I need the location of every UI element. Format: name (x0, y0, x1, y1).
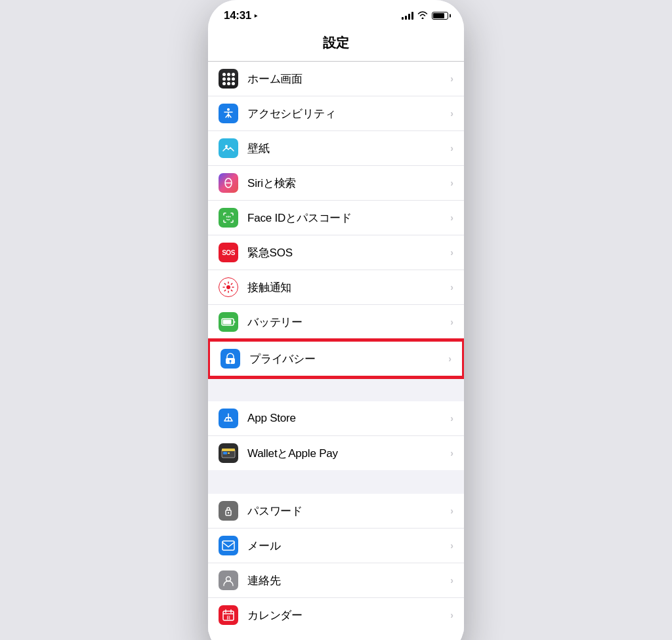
home-screen-icon (219, 69, 238, 89)
svg-point-3 (226, 216, 228, 218)
svg-point-16 (228, 512, 229, 513)
sos-icon: SOS (219, 243, 238, 262)
mail-icon (219, 536, 238, 555)
contacts-label: 連絡先 (247, 573, 450, 588)
home-screen-label: ホーム画面 (247, 71, 450, 87)
accessibility-icon (219, 104, 238, 123)
chevron-icon: › (450, 540, 453, 551)
settings-row-accessibility[interactable]: アクセシビリティ › (208, 96, 464, 131)
faceid-label: Face IDとパスコード (247, 210, 450, 226)
chevron-icon: › (450, 178, 453, 188)
calendar-icon: 日 (219, 605, 238, 625)
settings-row-calendar[interactable]: 日 カレンダー › (208, 598, 464, 632)
chevron-icon: › (450, 73, 453, 84)
battery-label: バッテリー (247, 315, 450, 330)
svg-rect-14 (228, 452, 230, 454)
siri-label: Siriと検索 (247, 176, 450, 191)
chevron-icon: › (450, 448, 453, 458)
appstore-icon (219, 409, 238, 428)
passwords-icon (219, 501, 238, 521)
settings-row-mail[interactable]: メール › (208, 529, 464, 563)
section-apps1: App Store › WalletとApple Pay › (208, 401, 464, 470)
page-title: 設定 (323, 35, 348, 50)
svg-point-5 (226, 285, 230, 289)
svg-rect-12 (222, 449, 235, 451)
settings-row-contacts[interactable]: 連絡先 › (208, 563, 464, 598)
settings-row-privacy[interactable]: プライバシー › (208, 340, 464, 378)
chevron-icon: › (450, 247, 453, 258)
status-time: 14:31‣ (224, 9, 258, 22)
settings-row-wallet[interactable]: WalletとApple Pay › (208, 436, 464, 470)
settings-row-home[interactable]: ホーム画面 › (208, 62, 464, 96)
chevron-icon: › (448, 353, 452, 364)
svg-rect-13 (223, 452, 227, 454)
siri-icon (219, 173, 238, 193)
chevron-icon: › (450, 212, 453, 223)
phone-frame: 14:31‣ 設定 (208, 0, 464, 640)
settings-row-sos[interactable]: SOS 緊急SOS › (208, 235, 464, 270)
wallet-icon (219, 443, 238, 463)
section-apps2: パスワード › メール › (208, 494, 464, 632)
section-general: ホーム画面 › アクセシビリティ › (208, 62, 464, 378)
accessibility-label: アクセシビリティ (247, 106, 450, 121)
chevron-icon: › (450, 575, 453, 586)
faceid-icon (219, 208, 238, 228)
svg-rect-17 (222, 541, 234, 550)
settings-row-appstore[interactable]: App Store › (208, 401, 464, 436)
battery-icon (432, 12, 448, 20)
chevron-icon: › (450, 506, 453, 516)
settings-row-wallpaper[interactable]: 壁紙 › (208, 131, 464, 166)
exposure-label: 接触通知 (247, 280, 450, 295)
section-divider-1 (208, 378, 464, 401)
chevron-icon: › (450, 108, 453, 119)
sos-label: 緊急SOS (247, 245, 450, 260)
exposure-icon (219, 277, 238, 297)
privacy-icon (220, 349, 240, 369)
status-icons (402, 11, 448, 21)
wallet-label: WalletとApple Pay (247, 446, 450, 461)
svg-rect-7 (223, 320, 232, 325)
settings-row-passwords[interactable]: パスワード › (208, 494, 464, 529)
section-divider-2 (208, 470, 464, 494)
settings-row-siri[interactable]: Siriと検索 › (208, 166, 464, 201)
settings-list: ホーム画面 › アクセシビリティ › (208, 62, 464, 632)
svg-text:日: 日 (226, 616, 230, 620)
mail-label: メール (247, 538, 450, 553)
chevron-icon: › (450, 413, 453, 424)
chevron-icon: › (450, 282, 453, 292)
privacy-label: プライバシー (249, 351, 448, 367)
passwords-label: パスワード (247, 504, 450, 519)
chevron-icon: › (450, 143, 453, 153)
wallpaper-icon (219, 138, 238, 158)
settings-row-exposure[interactable]: 接触通知 › (208, 270, 464, 305)
nav-header: 設定 (208, 28, 464, 62)
chevron-icon: › (450, 317, 453, 327)
appstore-label: App Store (247, 412, 450, 425)
status-bar: 14:31‣ (208, 0, 464, 28)
settings-row-faceid[interactable]: Face IDとパスコード › (208, 201, 464, 235)
calendar-label: カレンダー (247, 608, 450, 623)
chevron-icon: › (450, 610, 453, 620)
wifi-icon (417, 11, 428, 21)
battery-settings-icon (219, 312, 238, 332)
signal-bars-icon (402, 12, 413, 20)
wallpaper-label: 壁紙 (247, 141, 450, 156)
contacts-icon (219, 570, 238, 590)
svg-point-4 (230, 216, 231, 218)
svg-point-0 (227, 108, 230, 111)
settings-row-battery[interactable]: バッテリー › (208, 305, 464, 340)
